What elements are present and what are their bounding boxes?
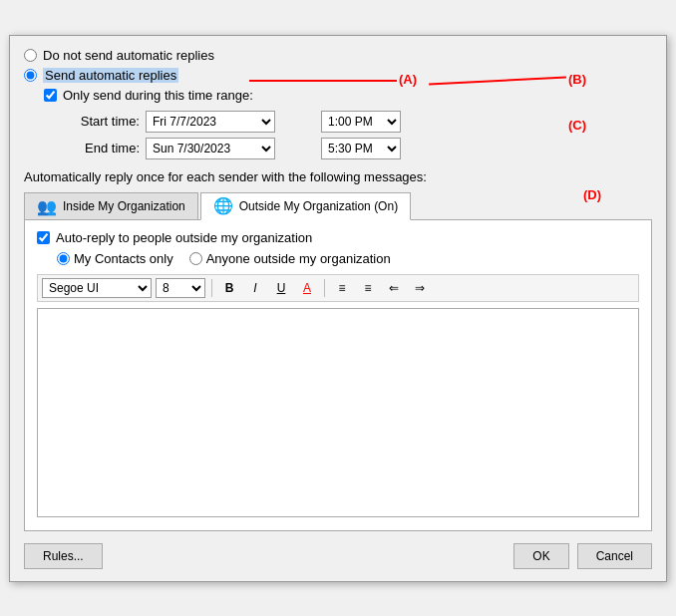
tab-inside[interactable]: 👥 Inside My Organization	[24, 192, 198, 220]
increase-indent-button[interactable]: ⇒	[409, 278, 431, 298]
auto-reply-outer-checkbox-row: Auto-reply to people outside my organiza…	[37, 230, 639, 245]
formatting-toolbar: Segoe UI 8 B I U A ≡ ≡ ⇐ ⇒	[37, 274, 639, 302]
time-range-row: Only send during this time range:	[44, 88, 652, 103]
do-not-send-radio[interactable]	[24, 49, 37, 62]
start-date-wrapper: Fri 7/7/2023	[146, 111, 315, 133]
cancel-button[interactable]: Cancel	[577, 543, 652, 569]
start-time-wrapper: 1:00 PM	[321, 111, 441, 133]
italic-button[interactable]: I	[244, 278, 266, 298]
outside-icon: 🌐	[213, 196, 233, 215]
time-range-label[interactable]: Only send during this time range:	[63, 88, 253, 103]
send-auto-row: Send automatic replies	[24, 68, 652, 83]
my-contacts-radio[interactable]	[57, 252, 70, 265]
toolbar-separator-1	[211, 279, 212, 297]
anyone-label[interactable]: Anyone outside my organization	[189, 251, 391, 266]
start-time-select[interactable]: 1:00 PM	[321, 111, 401, 133]
tabs-container: 👥 Inside My Organization 🌐 Outside My Or…	[24, 192, 652, 220]
font-size-select[interactable]: 8	[156, 278, 205, 298]
end-time-wrapper: 5:30 PM	[321, 138, 441, 159]
tab-outside-label: Outside My Organization (On)	[239, 199, 398, 213]
decrease-indent-button[interactable]: ⇐	[383, 278, 405, 298]
auto-reply-outside-checkbox[interactable]	[37, 231, 50, 244]
inside-icon: 👥	[37, 197, 57, 216]
bold-button[interactable]: B	[218, 278, 240, 298]
end-date-wrapper: Sun 7/30/2023	[146, 138, 315, 159]
font-select[interactable]: Segoe UI	[42, 278, 152, 298]
end-date-select[interactable]: Sun 7/30/2023	[146, 138, 275, 159]
underline-button[interactable]: U	[270, 278, 292, 298]
tab-outside[interactable]: 🌐 Outside My Organization (On)	[200, 192, 411, 220]
start-label: Start time:	[60, 114, 140, 129]
reply-text-area[interactable]	[37, 308, 639, 517]
my-contacts-label[interactable]: My Contacts only	[57, 251, 173, 266]
ok-cancel-group: OK Cancel	[513, 543, 652, 569]
bottom-bar: Rules... OK Cancel	[24, 543, 652, 569]
font-color-button[interactable]: A	[296, 278, 318, 298]
tab-inside-label: Inside My Organization	[63, 199, 185, 213]
end-time-select[interactable]: 5:30 PM	[321, 138, 401, 159]
end-label: End time:	[60, 141, 140, 155]
time-range-checkbox[interactable]	[44, 89, 57, 102]
rules-button[interactable]: Rules...	[24, 543, 103, 569]
dialog: Do not send automatic replies Send autom…	[9, 35, 667, 582]
auto-reply-outside-label[interactable]: Auto-reply to people outside my organiza…	[56, 230, 312, 245]
do-not-send-row: Do not send automatic replies	[24, 48, 652, 63]
numbering-button[interactable]: ≡	[357, 278, 379, 298]
auto-reply-description: Automatically reply once for each sender…	[24, 169, 652, 184]
start-date-select[interactable]: Fri 7/7/2023	[146, 111, 275, 133]
bullets-button[interactable]: ≡	[331, 278, 353, 298]
tab-panel-outside: Auto-reply to people outside my organiza…	[24, 219, 652, 531]
do-not-send-label[interactable]: Do not send automatic replies	[43, 48, 214, 63]
time-grid: Start time: Fri 7/7/2023 1:00 PM End tim…	[60, 111, 652, 159]
ok-button[interactable]: OK	[513, 543, 568, 569]
send-auto-radio[interactable]	[24, 69, 37, 82]
send-auto-label: Send automatic replies	[43, 68, 178, 83]
anyone-radio[interactable]	[189, 252, 202, 265]
contacts-row: My Contacts only Anyone outside my organ…	[57, 251, 639, 266]
toolbar-separator-2	[324, 279, 325, 297]
